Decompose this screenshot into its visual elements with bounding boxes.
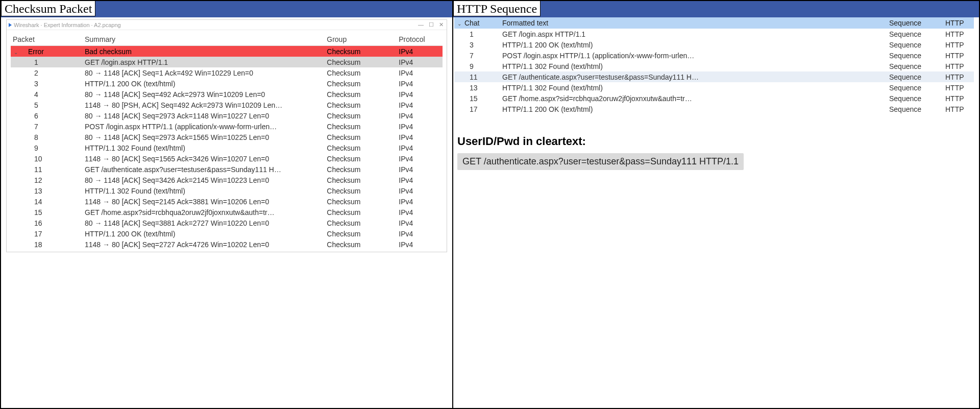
cell-chat-number: 7 (454, 50, 500, 61)
cell-protocol: IPv4 (397, 132, 443, 142)
cell-packet-number: 3 (11, 78, 83, 89)
table-row[interactable]: 141148 → 80 [ACK] Seq=2145 Ack=3881 Win=… (11, 196, 443, 207)
cell-protocol: IPv4 (397, 228, 443, 239)
cell-group: Checksum (325, 67, 397, 78)
cell-packet-number: 10 (11, 153, 83, 164)
cell-group: Checksum (325, 175, 397, 185)
window-close-button[interactable]: ✕ (439, 21, 444, 28)
window-minimize-button[interactable]: — (418, 21, 424, 28)
col-summary[interactable]: Summary (83, 33, 325, 46)
cell-summary: 1148 → 80 [PSH, ACK] Seq=492 Ack=2973 Wi… (83, 100, 325, 110)
cell-http: HTTP (943, 71, 974, 82)
packet-table-header[interactable]: Packet Summary Group Protocol (11, 33, 443, 46)
cell-protocol: IPv4 (397, 142, 443, 153)
table-row[interactable]: 1GET /login.aspx HTTP/1.1SequenceHTTP (454, 29, 974, 39)
window-maximize-button[interactable]: ☐ (429, 21, 434, 28)
cell-protocol: IPv4 (397, 218, 443, 228)
cell-protocol: IPv4 (397, 78, 443, 89)
cell-protocol: IPv4 (397, 89, 443, 100)
cell-summary: 80 → 1148 [ACK] Seq=2973 Ack=1565 Win=10… (83, 132, 325, 142)
table-row[interactable]: 9HTTP/1.1 302 Found (text/html)SequenceH… (454, 61, 974, 71)
cell-http: HTTP (943, 82, 974, 93)
col-formatted-text[interactable]: Formatted text (500, 17, 887, 29)
packet-error-row[interactable]: ⌄ Error Bad checksum Checksum IPv4 (11, 46, 443, 57)
cell-summary: HTTP/1.1 302 Found (text/html) (83, 142, 325, 153)
cell-group: Checksum (325, 132, 397, 142)
table-row[interactable]: 880 → 1148 [ACK] Seq=2973 Ack=1565 Win=1… (11, 132, 443, 142)
col-group[interactable]: Group (325, 33, 397, 46)
cell-summary: 1148 → 80 [ACK] Seq=2145 Ack=3881 Win=10… (83, 196, 325, 207)
cell-group: Checksum (325, 89, 397, 100)
chevron-down-icon[interactable]: ⌄ (13, 50, 19, 55)
table-row[interactable]: 280 → 1148 [ACK] Seq=1 Ack=492 Win=10229… (11, 67, 443, 78)
table-row[interactable]: 15GET /home.aspx?sid=rcbhqua2oruw2jf0jox… (454, 93, 974, 104)
error-group: Checksum (325, 46, 397, 57)
cell-summary: 1148 → 80 [ACK] Seq=1565 Ack=3426 Win=10… (83, 153, 325, 164)
cell-sequence: Sequence (887, 71, 943, 82)
cell-summary: 80 → 1148 [ACK] Seq=1 Ack=492 Win=10229 … (83, 67, 325, 78)
table-row[interactable]: 13HTTP/1.1 302 Found (text/html)Sequence… (454, 82, 974, 93)
col-sequence[interactable]: Sequence (887, 17, 943, 29)
table-row[interactable]: 11GET /authenticate.aspx?user=testuser&p… (454, 71, 974, 82)
cell-sequence: Sequence (887, 61, 943, 71)
col-protocol[interactable]: Protocol (397, 33, 443, 46)
table-row[interactable]: 3HTTP/1.1 200 OK (text/html)SequenceHTTP (454, 39, 974, 50)
cell-protocol: IPv4 (397, 153, 443, 164)
cell-group: Checksum (325, 142, 397, 153)
cell-protocol: IPv4 (397, 207, 443, 218)
cell-http: HTTP (943, 61, 974, 71)
cell-summary: POST /login.aspx HTTP/1.1 (application/x… (83, 121, 325, 132)
cell-sequence: Sequence (887, 39, 943, 50)
col-http[interactable]: HTTP (943, 17, 974, 29)
table-row[interactable]: 1GET /login.aspx HTTP/1.1ChecksumIPv4 (11, 57, 443, 67)
cell-packet-number: 8 (11, 132, 83, 142)
table-row[interactable]: 1680 → 1148 [ACK] Seq=3881 Ack=2727 Win=… (11, 218, 443, 228)
table-row[interactable]: 9HTTP/1.1 302 Found (text/html)ChecksumI… (11, 142, 443, 153)
cell-protocol: IPv4 (397, 57, 443, 67)
table-row[interactable]: 11GET /authenticate.aspx?user=testuser&p… (11, 164, 443, 175)
left-pane-title: Checksum Packet (1, 1, 95, 16)
credentials-heading: UserID/Pwd in cleartext: (457, 135, 974, 148)
cell-sequence: Sequence (887, 82, 943, 93)
col-packet[interactable]: Packet (11, 33, 83, 46)
col-chat: ⌄ Chat (454, 17, 500, 29)
cell-formatted-text: GET /login.aspx HTTP/1.1 (500, 29, 887, 39)
table-row[interactable]: 7POST /login.aspx HTTP/1.1 (application/… (11, 121, 443, 132)
cell-packet-number: 1 (11, 57, 83, 67)
cell-summary: GET /authenticate.aspx?user=testuser&pas… (83, 164, 325, 175)
table-row[interactable]: 480 → 1148 [ACK] Seq=492 Ack=2973 Win=10… (11, 89, 443, 100)
table-row[interactable]: 680 → 1148 [ACK] Seq=2973 Ack=1148 Win=1… (11, 110, 443, 121)
table-row[interactable]: 7POST /login.aspx HTTP/1.1 (application/… (454, 50, 974, 61)
cell-group: Checksum (325, 121, 397, 132)
chevron-down-icon[interactable]: ⌄ (456, 21, 462, 27)
table-row[interactable]: 101148 → 80 [ACK] Seq=1565 Ack=3426 Win=… (11, 153, 443, 164)
cell-group: Checksum (325, 57, 397, 67)
http-table: ⌄ Chat Formatted text Sequence HTTP 1GET… (454, 17, 974, 114)
cell-http: HTTP (943, 29, 974, 39)
table-row[interactable]: 15GET /home.aspx?sid=rcbhqua2oruw2jf0jox… (11, 207, 443, 218)
left-pane-header: Checksum Packet (1, 1, 452, 17)
table-row[interactable]: 181148 → 80 [ACK] Seq=2727 Ack=4726 Win=… (11, 239, 443, 250)
http-table-header[interactable]: ⌄ Chat Formatted text Sequence HTTP (454, 17, 974, 29)
cell-packet-number: 18 (11, 239, 83, 250)
cell-packet-number: 14 (11, 196, 83, 207)
http-sequence-pane: HTTP Sequence ⌄ Chat Formatted text Sequ… (453, 1, 980, 408)
cell-chat-number: 17 (454, 104, 500, 114)
cell-summary: 80 → 1148 [ACK] Seq=2973 Ack=1148 Win=10… (83, 110, 325, 121)
cell-summary: 80 → 1148 [ACK] Seq=3881 Ack=2727 Win=10… (83, 218, 325, 228)
table-row[interactable]: 13HTTP/1.1 302 Found (text/html)Checksum… (11, 185, 443, 196)
wireshark-titlebar[interactable]: Wireshark · Expert Information · A2.pcap… (7, 20, 447, 30)
table-row[interactable]: 1280 → 1148 [ACK] Seq=3426 Ack=2145 Win=… (11, 175, 443, 185)
split-container: Checksum Packet Wireshark · Expert Infor… (0, 0, 980, 409)
cell-packet-number: 11 (11, 164, 83, 175)
error-protocol: IPv4 (397, 46, 443, 57)
cell-formatted-text: HTTP/1.1 200 OK (text/html) (500, 39, 887, 50)
cell-group: Checksum (325, 196, 397, 207)
wireshark-title-text: Wireshark · Expert Information · A2.pcap… (14, 22, 121, 28)
cell-sequence: Sequence (887, 50, 943, 61)
table-row[interactable]: 51148 → 80 [PSH, ACK] Seq=492 Ack=2973 W… (11, 100, 443, 110)
cell-group: Checksum (325, 228, 397, 239)
table-row[interactable]: 17HTTP/1.1 200 OK (text/html)SequenceHTT… (454, 104, 974, 114)
table-row[interactable]: 3HTTP/1.1 200 OK (text/html)ChecksumIPv4 (11, 78, 443, 89)
table-row[interactable]: 17HTTP/1.1 200 OK (text/html)ChecksumIPv… (11, 228, 443, 239)
